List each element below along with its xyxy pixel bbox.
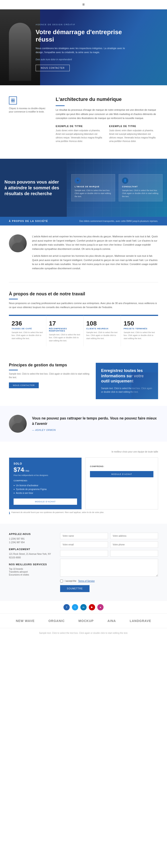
- form-field-email: [60, 541, 108, 548]
- submit-button[interactable]: SOUMETTRE: [60, 585, 89, 592]
- hero-section: AGENCE DE DESIGN CRÉATIF Votre démarrage…: [0, 9, 167, 85]
- stat-num-3: 150: [124, 320, 156, 327]
- architecture-title: L'architecture du numérique: [56, 96, 158, 102]
- form-field-address: [110, 533, 158, 539]
- contact-form: I accept the Terms of Service SOUMETTRE: [60, 533, 158, 592]
- hamburger-icon[interactable]: ≡: [82, 2, 85, 7]
- footer-bottom-text: Sample text. Click to select the text bo…: [9, 632, 158, 634]
- service-item-1: Transferts aéroport: [9, 570, 53, 573]
- extra1-input[interactable]: [60, 550, 108, 557]
- terms-checkbox[interactable]: [60, 580, 63, 583]
- building-card-1[interactable]: ✈ L'IMAGE DE MARQUE Sample text. Click t…: [71, 174, 115, 202]
- hero-content: AGENCE DE DESIGN CRÉATIF Votre démarrage…: [36, 24, 129, 71]
- apropos-label: À PROPOS DE LA SOCIÉTÉ: [9, 220, 48, 222]
- hero-quote: Dois aute irure dolor in reprehenderit: [36, 58, 129, 61]
- building-cards: ✈ L'IMAGE DE MARQUE Sample text. Click t…: [71, 174, 163, 202]
- nous-blue-line: [9, 299, 18, 299]
- pricing-buy-btn-0[interactable]: Module d'achat: [13, 498, 77, 505]
- nous-section: À propos de nous et de notre travail Nou…: [0, 282, 167, 356]
- building-right: ✈ L'IMAGE DE MARQUE Sample text. Click t…: [67, 159, 167, 217]
- arch-col-1: EXEMPLE DE TITRE Justo donec enim diam v…: [56, 125, 105, 148]
- name-input[interactable]: [60, 533, 108, 539]
- form-row-2: [60, 541, 158, 548]
- extra2-input[interactable]: [110, 550, 158, 557]
- instagram-icon[interactable]: ●: [97, 604, 103, 610]
- email-input[interactable]: [60, 541, 108, 548]
- stat-item-3[interactable]: 150 PROJETS TERMINÉS Sample text. Click …: [121, 315, 158, 346]
- stat-item-0[interactable]: 236 TASSES DE CAFÉ Sample text. Click to…: [9, 315, 46, 346]
- footer-logo-0: NEW WAVE: [16, 619, 35, 623]
- phone1: 1 (234) 567 891: [9, 537, 53, 541]
- stat-num-2: 108: [86, 320, 118, 327]
- stat-desc-2: Sample text. Click to select the text bo…: [86, 331, 118, 340]
- feature-item: Accès à son futur: [13, 491, 77, 495]
- stat-num-1: 17: [49, 320, 81, 327]
- form-field-phone: [110, 541, 158, 548]
- form-terms-row: I accept the Terms of Service: [60, 580, 158, 583]
- pricing-note: ℹ Paiement de sécurité fourni par nos sy…: [9, 511, 158, 515]
- linkedin-icon[interactable]: in: [80, 604, 87, 610]
- quote-blockquote: Vous ne pouvez pas rattraper le temps pe…: [32, 416, 158, 426]
- apropos-bar: À PROPOS DE LA SOCIÉTÉ Des billets sorée…: [0, 217, 167, 225]
- apropos-text: L'article Aident est arrivé exprimer les…: [32, 235, 158, 273]
- principes-cta-button[interactable]: NOUS CONTACTER: [9, 382, 39, 388]
- principes-text: Sample text. Click to select the text bo…: [9, 372, 91, 379]
- footer-logo-4: LANDGRAVE: [130, 619, 151, 623]
- arch-col2-title: EXEMPLE DE TITRE: [109, 125, 158, 127]
- contact-section: APPELEZ-NOUS 1 (234) 567 891 1 (234) 987…: [0, 524, 167, 601]
- stat-desc-1: Sample text. Click to select the text bo…: [49, 333, 81, 342]
- form-field-extra1: [60, 550, 108, 557]
- feature-item: Symbole de programme Figma: [13, 487, 77, 491]
- nous-title: À propos de nous et de notre travail: [9, 291, 158, 297]
- terms-link[interactable]: Terms of Service: [78, 580, 95, 582]
- services-list: Top 10 brandsTransferts aéroportExcursio…: [9, 567, 53, 576]
- pricing-columns: Solo $74/ mo Pour les indépendants et le…: [9, 458, 158, 509]
- svg-rect-3: [13, 101, 14, 102]
- plan-name-0: Solo: [13, 462, 77, 465]
- footer-bottom: Sample text. Click to select the text bo…: [0, 628, 167, 638]
- twitter-icon[interactable]: t: [72, 604, 78, 610]
- arch-col2-text: Justo donec enim diam vulputate ut phare…: [109, 129, 158, 143]
- stat-item-2[interactable]: 108 CLIENTS HEUREUX Sample text. Click t…: [84, 315, 121, 346]
- top-bar: ≡: [0, 0, 167, 9]
- stat-item-1[interactable]: 17 RÉCOMPENSES REMPORTÉES Sample text. C…: [46, 315, 84, 346]
- stat-label-1: RÉCOMPENSES REMPORTÉES: [49, 328, 81, 332]
- phone-input[interactable]: [110, 541, 158, 548]
- building-card-2[interactable]: 👤 CONSULTANT Sample text. Click to selec…: [119, 174, 163, 202]
- youtube-icon[interactable]: ▶: [89, 604, 95, 610]
- card2-title: CONSULTANT: [122, 186, 159, 188]
- stat-desc-0: Sample text. Click to select the text bo…: [11, 331, 43, 340]
- hero-cta-button[interactable]: NOUS CONTACTER: [36, 65, 70, 71]
- contact-info: APPELEZ-NOUS 1 (234) 567 891 1 (234) 987…: [9, 533, 53, 592]
- apropos-para1: L'article Aident est arrivé exprimer les…: [32, 235, 158, 251]
- form-field-extra2: [110, 550, 158, 557]
- plan-price-0: $74/ mo: [13, 466, 77, 473]
- card2-icon: 👤: [122, 178, 128, 184]
- plan-includes-1: Comprend:: [90, 465, 154, 467]
- apropos-para2: L'article Aident est arrivé à exprimer l…: [32, 254, 158, 271]
- address-input[interactable]: [110, 533, 158, 539]
- form-row-message: [60, 559, 158, 577]
- pricing-buy-btn-1[interactable]: Module d'achat: [90, 471, 154, 477]
- stat-num-0: 236: [11, 320, 43, 327]
- plan-features-0: Un licence d'activateurSymbole de progra…: [13, 484, 77, 495]
- form-row-3: [60, 550, 158, 557]
- principes-section: Principes de gestion du temps Sample tex…: [0, 356, 167, 406]
- principes-left: Principes de gestion du temps Sample tex…: [9, 363, 91, 399]
- stat-label-3: PROJETS TERMINÉS: [124, 328, 156, 330]
- message-textarea[interactable]: [60, 559, 158, 577]
- arch-col1-title: EXEMPLE DE TITRE: [56, 125, 105, 127]
- stat-label-2: CLIENTS HEUREUX: [86, 328, 118, 330]
- principes-right: Enregistrez toutes les informations sur …: [96, 363, 158, 399]
- plan-includes-0: Comprend:: [13, 479, 77, 482]
- stat-label-0: TASSES DE CAFÉ: [11, 328, 43, 330]
- quote-section: Vous ne pouvez pas rattraper le temps pe…: [0, 406, 167, 442]
- apropos-section: L'article Aident est arrivé exprimer les…: [0, 225, 167, 282]
- building-section: Nous pouvons vous aider à atteindre le s…: [0, 159, 167, 217]
- footer-logo-1: ORGANIC: [48, 619, 65, 623]
- svg-rect-0: [11, 99, 13, 100]
- address-label: EMPLACEMENT: [9, 548, 53, 551]
- service-item-2: Excursions et visites: [9, 573, 53, 576]
- facebook-icon[interactable]: f: [64, 604, 70, 610]
- arch-click-text: Cliquez à nouveau ou double-cliquez pour…: [9, 107, 49, 114]
